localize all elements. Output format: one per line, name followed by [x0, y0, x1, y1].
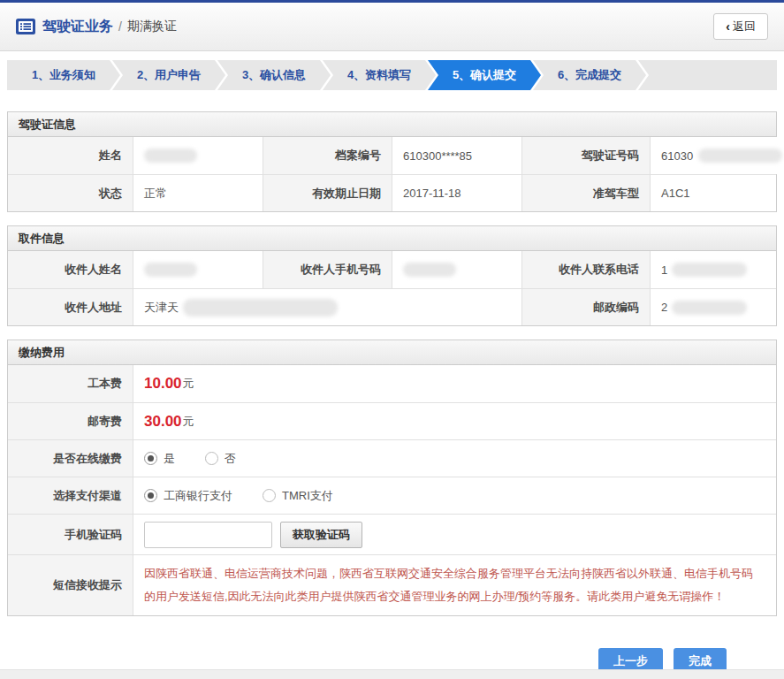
pickup-info-section: 取件信息 收件人姓名 收件人手机号码 收件人联系电话 1 收件人地址 天津天 邮…	[7, 225, 777, 326]
redacted-recipient-mobile	[403, 263, 456, 277]
step-5-confirm-submit[interactable]: 5、确认提交	[428, 60, 541, 90]
back-button-label: 返回	[733, 19, 756, 34]
sms-notice-label: 短信接收提示	[8, 554, 133, 615]
postage-fee-unit: 元	[183, 414, 194, 430]
redacted-postcode	[672, 301, 747, 315]
postage-fee-label: 邮寄费	[8, 402, 133, 439]
recipient-tel-label: 收件人联系电话	[522, 251, 651, 288]
step-1-business-notice[interactable]: 1、业务须知	[7, 60, 120, 90]
step-6-complete-submit[interactable]: 6、完成提交	[533, 60, 646, 90]
expiry-value: 2017-11-18	[392, 174, 522, 211]
license-row-1: 姓名 档案编号 610300****85 驾驶证号码 61030	[8, 137, 776, 174]
radio-selected-icon	[144, 452, 157, 465]
sms-notice-row: 短信接收提示 因陕西省联通、电信运营商技术问题，陕西省互联网交通安全综合服务管理…	[8, 554, 776, 615]
file-no-value: 610300****85	[392, 137, 522, 174]
vehicle-type-label: 准驾车型	[522, 174, 651, 211]
radio-online-pay-yes[interactable]: 是	[144, 451, 175, 467]
postage-fee-row: 邮寄费 30.00元	[8, 402, 776, 439]
redacted-license-no	[698, 149, 782, 163]
name-value	[133, 137, 263, 174]
sms-notice-cell: 因陕西省联通、电信运营商技术问题，陕西省互联网交通安全综合服务管理平台无法向持陕…	[133, 554, 776, 615]
list-document-icon	[16, 19, 35, 34]
captcha-label: 手机验证码	[8, 514, 133, 554]
recipient-name-label: 收件人姓名	[8, 251, 133, 288]
sms-notice-text: 因陕西省联通、电信运营商技术问题，陕西省互联网交通安全综合服务管理平台无法向持陕…	[144, 555, 776, 615]
captcha-controls: 获取验证码	[133, 514, 776, 554]
address-label: 收件人地址	[8, 288, 133, 325]
vehicle-type-value: A1C1	[651, 174, 776, 211]
chevron-left-icon: ‹	[726, 19, 730, 34]
back-button[interactable]: ‹ 返回	[713, 13, 768, 40]
step-3-confirm-info[interactable]: 3、确认信息	[217, 60, 331, 90]
radio-selected-icon	[144, 489, 157, 502]
online-pay-label: 是否在线缴费	[8, 439, 133, 477]
pay-channel-row: 选择支付渠道 工商银行支付 TMRI支付	[8, 477, 776, 514]
step-2-user-declaration[interactable]: 2、用户申告	[112, 60, 225, 90]
breadcrumb-current: 期满换证	[127, 19, 177, 34]
license-info-section: 驾驶证信息 姓名 档案编号 610300****85 驾驶证号码 61030 状…	[7, 111, 777, 212]
redacted-recipient-tel	[672, 263, 747, 277]
page-bottom-strip	[0, 669, 784, 679]
cost-fee-value: 10.00元	[133, 365, 776, 402]
pay-channel-label: 选择支付渠道	[8, 477, 133, 514]
cost-fee-row: 工本费 10.00元	[8, 365, 776, 402]
online-pay-options: 是 否	[133, 439, 776, 477]
radio-unselected-icon	[263, 489, 276, 502]
pickup-row-1: 收件人姓名 收件人手机号码 收件人联系电话 1	[8, 251, 776, 288]
breadcrumb-separator: /	[118, 19, 122, 34]
redacted-name	[144, 149, 197, 163]
postcode-value: 2	[651, 288, 776, 325]
step-wizard: 1、业务须知 2、用户申告 3、确认信息 4、资料填写 5、确认提交 6、完成提…	[7, 60, 777, 90]
postage-fee-amount: 30.00	[144, 413, 182, 431]
recipient-name-value	[133, 251, 263, 288]
redacted-address	[183, 299, 338, 317]
pickup-section-title: 取件信息	[8, 226, 776, 251]
radio-unselected-icon	[205, 452, 218, 465]
license-section-title: 驾驶证信息	[8, 112, 776, 137]
expiry-label: 有效期止日期	[263, 174, 392, 211]
recipient-mobile-value	[392, 251, 522, 288]
radio-online-pay-no[interactable]: 否	[205, 451, 236, 467]
redacted-recipient-name	[144, 263, 197, 277]
step-4-fill-data[interactable]: 4、资料填写	[323, 60, 436, 90]
status-label: 状态	[8, 174, 133, 211]
captcha-row: 手机验证码 获取验证码	[8, 514, 776, 554]
radio-channel-tmri[interactable]: TMRI支付	[263, 488, 333, 504]
cost-fee-amount: 10.00	[144, 375, 182, 393]
pay-channel-options: 工商银行支付 TMRI支付	[133, 477, 776, 514]
postage-fee-value: 30.00元	[133, 402, 776, 439]
footer-actions: 上一步 完成	[0, 616, 784, 675]
step-wizard-filler	[638, 60, 777, 90]
pickup-row-2: 收件人地址 天津天 邮政编码 2	[8, 288, 776, 325]
page-header: 驾驶证业务 / 期满换证 ‹ 返回	[0, 3, 784, 51]
cost-fee-unit: 元	[183, 376, 194, 392]
cost-fee-label: 工本费	[8, 365, 133, 402]
get-captcha-button[interactable]: 获取验证码	[280, 522, 362, 548]
license-no-label: 驾驶证号码	[522, 137, 651, 174]
status-value: 正常	[133, 174, 263, 211]
payment-section-title: 缴纳费用	[8, 340, 776, 365]
postcode-label: 邮政编码	[522, 288, 651, 325]
license-no-value: 61030	[651, 137, 782, 174]
page-title: 驾驶证业务	[42, 18, 113, 36]
payment-section: 缴纳费用 工本费 10.00元 邮寄费 30.00元 是否在线缴费 是	[7, 340, 777, 616]
license-row-2: 状态 正常 有效期止日期 2017-11-18 准驾车型 A1C1	[8, 174, 776, 211]
recipient-mobile-label: 收件人手机号码	[263, 251, 392, 288]
online-pay-row: 是否在线缴费 是 否	[8, 439, 776, 477]
captcha-input[interactable]	[144, 522, 272, 548]
recipient-tel-value: 1	[651, 251, 776, 288]
radio-channel-icbc[interactable]: 工商银行支付	[144, 488, 232, 504]
page: 驾驶证业务 / 期满换证 ‹ 返回 1、业务须知 2、用户申告 3、确认信息 4…	[0, 0, 784, 679]
address-value: 天津天	[133, 288, 522, 325]
file-no-label: 档案编号	[263, 137, 392, 174]
name-label: 姓名	[8, 137, 133, 174]
